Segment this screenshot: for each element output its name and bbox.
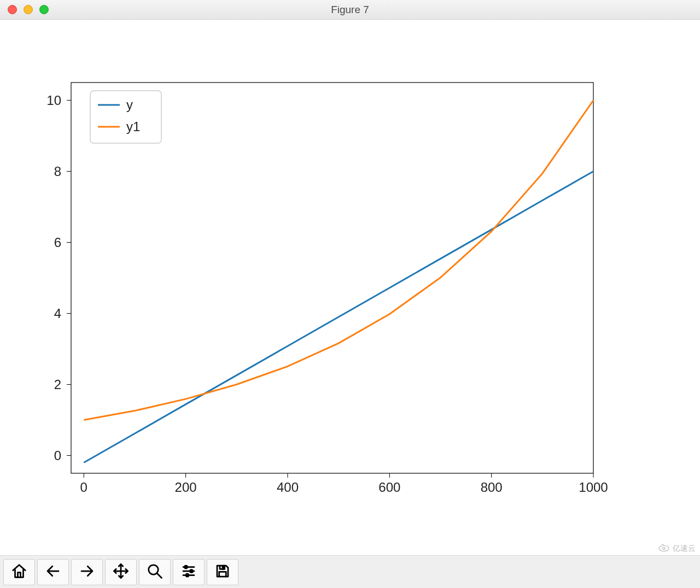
legend-label: y [126,97,133,112]
zoom-button[interactable] [139,559,171,585]
series-line [84,172,593,463]
svg-rect-4 [223,566,224,569]
svg-point-5 [659,545,669,551]
pan-button[interactable] [105,559,137,585]
watermark: 亿速云 [657,543,696,554]
minimize-window-button[interactable] [24,5,33,14]
sliders-icon [180,563,197,581]
arrow-right-icon [79,563,95,581]
chart: 020040060080010000246810yy1 [0,20,700,555]
configure-button[interactable] [173,559,205,585]
matplotlib-toolbar [0,555,700,588]
series-line [84,101,593,420]
home-icon [11,563,27,581]
back-button[interactable] [37,559,69,585]
save-icon [214,563,231,581]
zoom-window-button[interactable] [39,5,49,14]
y-tick-label: 6 [54,235,61,250]
svg-point-6 [663,547,666,550]
arrow-left-icon [45,563,61,581]
window-title: Figure 7 [0,4,700,16]
x-tick-label: 200 [175,480,197,495]
watermark-icon [657,543,670,554]
x-tick-label: 0 [80,480,88,495]
forward-button[interactable] [71,559,103,585]
pan-icon [113,563,129,581]
x-tick-label: 400 [277,480,299,495]
legend-box [90,91,161,143]
x-tick-label: 1000 [579,480,608,495]
x-tick-label: 800 [481,480,503,495]
traffic-lights [8,5,49,14]
y-tick-label: 8 [54,164,61,179]
close-window-button[interactable] [8,5,17,14]
window-titlebar: Figure 7 [0,0,700,20]
watermark-text: 亿速云 [673,544,696,554]
legend-label: y1 [126,119,140,134]
home-button[interactable] [3,559,35,585]
y-tick-label: 2 [54,377,61,392]
save-button[interactable] [207,559,238,585]
zoom-icon [147,563,163,581]
y-tick-label: 4 [54,306,61,321]
x-tick-label: 600 [378,480,400,495]
y-tick-label: 0 [54,448,61,463]
y-tick-label: 10 [46,93,61,108]
figure-canvas: 020040060080010000246810yy1 [0,20,700,555]
